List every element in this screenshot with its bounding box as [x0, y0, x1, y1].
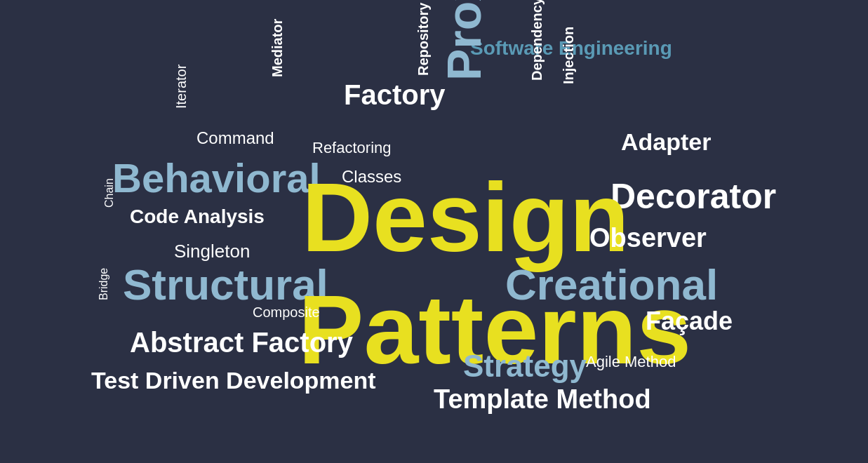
injection-word: Injection: [561, 27, 575, 84]
facade-word: Façade: [646, 309, 733, 334]
factory-word: Factory: [344, 81, 446, 109]
chain-word: Chain: [104, 178, 115, 208]
design-word: Design: [302, 168, 629, 267]
template-method-word: Template Method: [434, 386, 651, 412]
adapter-word: Adapter: [621, 130, 711, 154]
abstract-factory-word: Abstract Factory: [130, 328, 353, 356]
test-driven-development-word: Test Driven Development: [91, 368, 376, 392]
bridge-word: Bridge: [98, 268, 109, 300]
dependency-word: Dependency: [530, 0, 544, 81]
singleton-word: Singleton: [174, 242, 250, 260]
command-word: Command: [196, 130, 274, 147]
repository-word: Repository: [416, 3, 430, 76]
word-cloud: Software EngineeringFactoryProxyMediator…: [0, 0, 868, 463]
mediator-word: Mediator: [270, 19, 284, 77]
agile-method-word: Agile Method: [586, 354, 676, 370]
structural-word: Structural: [123, 263, 328, 307]
refactoring-word: Refactoring: [312, 140, 392, 156]
strategy-word: Strategy: [463, 351, 587, 382]
proxy-word: Proxy: [440, 0, 488, 81]
behavioral-word: Behavioral: [112, 158, 321, 199]
observer-word: Observer: [589, 224, 707, 251]
decorator-word: Decorator: [610, 179, 776, 214]
code-analysis-word: Code Analysis: [130, 207, 265, 227]
iterator-word: Iterator: [174, 65, 188, 109]
composite-word: Composite: [253, 305, 320, 319]
